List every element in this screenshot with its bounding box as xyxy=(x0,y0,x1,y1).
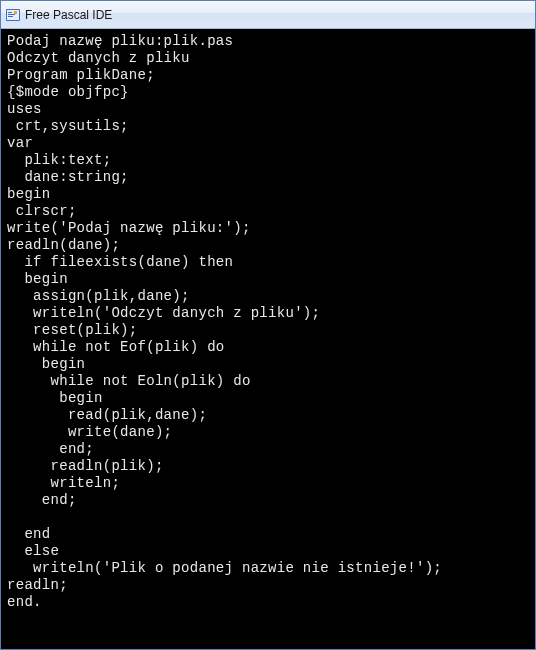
titlebar[interactable]: Free Pascal IDE xyxy=(1,1,535,29)
app-icon xyxy=(5,7,21,23)
console-output[interactable]: Podaj nazwę pliku:plik.pas Odczyt danych… xyxy=(1,29,535,649)
svg-rect-3 xyxy=(8,14,15,15)
svg-rect-5 xyxy=(14,11,17,14)
app-window: Free Pascal IDE Podaj nazwę pliku:plik.p… xyxy=(0,0,536,650)
window-title: Free Pascal IDE xyxy=(25,8,112,22)
svg-rect-4 xyxy=(8,16,13,17)
svg-rect-2 xyxy=(8,12,12,13)
